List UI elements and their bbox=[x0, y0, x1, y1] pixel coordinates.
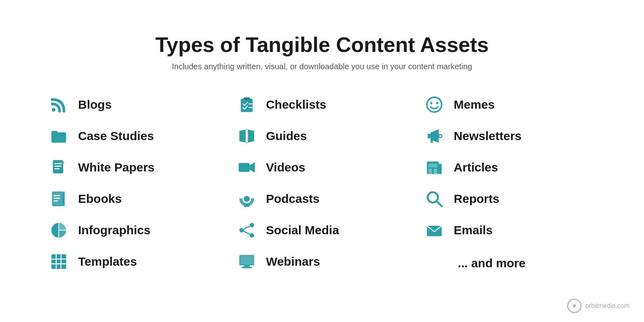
white-papers-icon bbox=[48, 157, 69, 178]
infographics-label: Infographics bbox=[78, 223, 151, 237]
blogs-icon bbox=[48, 94, 69, 115]
list-item: Templates bbox=[44, 246, 224, 277]
svg-point-37 bbox=[250, 233, 254, 237]
white-papers-label: White Papers bbox=[78, 161, 155, 174]
reports-label: Reports bbox=[454, 192, 499, 206]
templates-icon bbox=[48, 251, 69, 272]
list-item: Social Media bbox=[232, 215, 412, 246]
list-item: Memes bbox=[420, 89, 600, 120]
list-item: Blogs bbox=[44, 89, 224, 120]
checklists-icon bbox=[236, 94, 257, 115]
svg-rect-56 bbox=[433, 171, 437, 172]
list-item: White Papers bbox=[44, 152, 224, 183]
column-2: Checklists Guides bbox=[232, 89, 412, 281]
svg-point-47 bbox=[436, 102, 439, 105]
podcasts-label: Podcasts bbox=[266, 192, 320, 206]
svg-point-0 bbox=[52, 108, 56, 111]
svg-line-38 bbox=[244, 226, 250, 229]
svg-point-46 bbox=[430, 102, 433, 105]
social-media-label: Social Media bbox=[266, 223, 339, 237]
list-item: Webinars bbox=[232, 246, 412, 277]
svg-line-39 bbox=[244, 231, 250, 234]
svg-rect-30 bbox=[238, 163, 250, 172]
list-item: Ebooks bbox=[44, 183, 224, 215]
branding-dot bbox=[573, 304, 576, 308]
svg-rect-51 bbox=[429, 164, 438, 167]
branding: orbitmedia.com bbox=[567, 299, 630, 313]
svg-rect-20 bbox=[241, 99, 252, 112]
branding-circle-icon bbox=[567, 299, 582, 313]
emails-icon bbox=[424, 220, 445, 241]
list-item: Guides bbox=[232, 120, 412, 152]
and-more-label: ... and more bbox=[454, 251, 529, 275]
svg-point-32 bbox=[244, 196, 250, 202]
content-grid: Blogs Case Studies bbox=[44, 89, 600, 281]
ebooks-label: Ebooks bbox=[78, 192, 122, 206]
svg-rect-49 bbox=[427, 161, 439, 174]
list-item: Newsletters bbox=[420, 120, 600, 152]
newsletters-label: Newsletters bbox=[454, 129, 521, 143]
list-item: Articles bbox=[420, 152, 600, 183]
webinars-icon bbox=[236, 251, 257, 272]
list-item: Infographics bbox=[44, 215, 224, 246]
svg-rect-2 bbox=[54, 163, 62, 164]
svg-rect-52 bbox=[429, 169, 432, 170]
blogs-label: Blogs bbox=[78, 98, 111, 111]
list-item: Videos bbox=[232, 152, 412, 183]
svg-rect-23 bbox=[244, 98, 250, 100]
list-item: Case Studies bbox=[44, 120, 224, 152]
videos-label: Videos bbox=[266, 161, 305, 174]
svg-rect-50 bbox=[439, 164, 442, 174]
templates-label: Templates bbox=[78, 255, 137, 268]
guides-label: Guides bbox=[266, 129, 307, 143]
svg-rect-57 bbox=[433, 173, 437, 174]
svg-point-45 bbox=[427, 97, 442, 112]
newsletters-icon bbox=[424, 126, 445, 147]
subtitle: Includes anything written, visual, or do… bbox=[172, 62, 472, 71]
list-item: Emails bbox=[420, 215, 600, 246]
svg-rect-15 bbox=[52, 254, 66, 269]
list-item: Reports bbox=[420, 183, 600, 215]
svg-rect-10 bbox=[63, 192, 65, 206]
emails-label: Emails bbox=[454, 223, 493, 237]
column-3: Memes Newsletters bbox=[420, 89, 600, 281]
case-studies-icon bbox=[48, 126, 69, 147]
case-studies-label: Case Studies bbox=[78, 129, 154, 143]
svg-rect-3 bbox=[54, 166, 62, 167]
branding-text: orbitmedia.com bbox=[586, 302, 630, 310]
social-media-icon bbox=[236, 220, 257, 241]
svg-point-48 bbox=[439, 134, 442, 137]
memes-icon bbox=[424, 94, 445, 115]
svg-rect-41 bbox=[240, 256, 253, 264]
list-item: Checklists bbox=[232, 89, 412, 120]
svg-line-59 bbox=[437, 201, 442, 206]
podcasts-icon bbox=[236, 188, 257, 209]
list-item: Podcasts bbox=[232, 183, 412, 215]
svg-point-35 bbox=[250, 223, 254, 227]
svg-rect-54 bbox=[429, 173, 432, 174]
ebooks-icon bbox=[48, 188, 69, 209]
svg-rect-9 bbox=[54, 200, 58, 202]
reports-icon bbox=[424, 188, 445, 209]
list-item: ... and more bbox=[420, 246, 600, 281]
column-1: Blogs Case Studies bbox=[44, 89, 224, 281]
svg-rect-4 bbox=[54, 168, 60, 169]
svg-marker-31 bbox=[250, 162, 255, 173]
infographics-icon bbox=[48, 220, 69, 241]
checklists-label: Checklists bbox=[266, 98, 326, 111]
guides-icon bbox=[236, 126, 257, 147]
articles-label: Articles bbox=[454, 161, 498, 174]
svg-rect-53 bbox=[429, 171, 432, 172]
memes-label: Memes bbox=[454, 98, 495, 111]
svg-rect-43 bbox=[242, 267, 252, 268]
videos-icon bbox=[236, 157, 257, 178]
webinars-label: Webinars bbox=[266, 255, 320, 268]
svg-rect-8 bbox=[54, 198, 60, 199]
svg-rect-7 bbox=[54, 195, 60, 196]
svg-rect-55 bbox=[433, 169, 437, 170]
articles-icon bbox=[424, 157, 445, 178]
page-title: Types of Tangible Content Assets bbox=[155, 33, 489, 56]
svg-point-36 bbox=[239, 228, 244, 233]
